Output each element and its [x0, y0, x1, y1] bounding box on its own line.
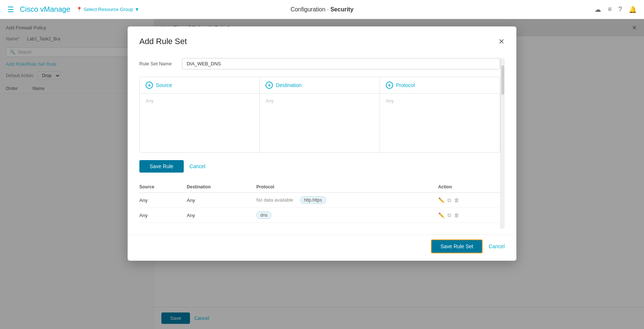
row1-protocol-badge: http.https — [300, 196, 326, 204]
menu-icon[interactable]: ≡ — [608, 6, 612, 13]
bell-icon[interactable]: 🔔 — [629, 6, 637, 14]
source-col-header: Source — [139, 181, 187, 193]
row1-source: Any — [139, 193, 187, 208]
row2-delete-icon[interactable]: 🗑 — [454, 212, 459, 218]
topbar-right: ☁ ≡ ? 🔔 — [594, 6, 637, 14]
cloud-icon[interactable]: ☁ — [594, 6, 601, 14]
source-placeholder: Any — [146, 98, 154, 104]
cisco-text: Cisco — [20, 5, 38, 13]
modal-close-button[interactable]: ✕ — [498, 38, 505, 45]
resource-group-selector[interactable]: 📍 Select Resource Group ▼ — [76, 7, 139, 12]
modal-footer: Save Rule Set Cancel — [128, 235, 516, 261]
protocol-col-header: Protocol — [256, 181, 438, 193]
source-column-body: Any — [140, 94, 259, 152]
destination-column-header[interactable]: + Destination — [260, 77, 379, 94]
row1-delete-icon[interactable]: 🗑 — [454, 197, 459, 203]
config-title: Configuration — [290, 6, 325, 12]
rule-set-name-label: Rule Set Name — [139, 61, 176, 66]
help-icon[interactable]: ? — [618, 6, 622, 13]
table-row: Any Any No data available http.https — [139, 193, 500, 208]
rules-table: Source Destination Protocol Action Any A… — [139, 181, 500, 223]
action-col-header: Action — [438, 181, 500, 193]
modal-body: Rule Set Name + Source Any — [128, 52, 516, 235]
modal-scrollbar[interactable] — [500, 58, 505, 229]
row2-destination: Any — [187, 208, 256, 223]
modal-header: Add Rule Set ✕ — [128, 26, 516, 52]
row2-source: Any — [139, 208, 187, 223]
row2-copy-icon[interactable]: ⧉ — [447, 212, 451, 218]
row1-destination: Any — [187, 193, 256, 208]
source-column: + Source Any — [140, 77, 260, 152]
rule-set-name-input[interactable] — [182, 58, 500, 69]
vmanage-text: vManage — [40, 5, 70, 13]
modal-backdrop: Add Rule Set ✕ Rule Set Name — [0, 19, 644, 329]
protocol-column: + Protocol Any — [380, 77, 500, 152]
destination-column: + Destination Any — [260, 77, 380, 152]
cisco-logo: Cisco vManage — [20, 5, 70, 14]
destination-add-icon[interactable]: + — [266, 82, 273, 89]
topbar-left: ☰ Cisco vManage 📍 Select Resource Group … — [7, 5, 139, 14]
separator: · — [327, 6, 329, 12]
row1-edit-icon[interactable]: ✏️ — [438, 197, 444, 203]
add-rule-set-modal: Add Rule Set ✕ Rule Set Name — [128, 26, 516, 261]
row2-edit-icon[interactable]: ✏️ — [438, 212, 444, 218]
source-add-icon[interactable]: + — [146, 82, 153, 89]
protocol-label: Protocol — [396, 82, 415, 88]
row2-action-icons: ✏️ ⧉ 🗑 — [438, 212, 496, 218]
cancel-rule-button[interactable]: Cancel — [190, 163, 206, 169]
row2-actions: ✏️ ⧉ 🗑 — [438, 208, 500, 223]
modal-content: Rule Set Name + Source Any — [139, 58, 500, 229]
modal-scrollbar-area: Rule Set Name + Source Any — [139, 58, 505, 229]
destination-placeholder: Any — [266, 98, 274, 104]
source-column-header[interactable]: + Source — [140, 77, 259, 94]
security-subtitle: Security — [330, 6, 354, 12]
destination-col-header: Destination — [187, 181, 256, 193]
destination-column-body: Any — [260, 94, 379, 152]
row2-protocol: dns — [256, 208, 438, 223]
rule-set-name-group: Rule Set Name — [139, 58, 500, 69]
protocol-placeholder: Any — [386, 98, 394, 104]
protocol-add-icon[interactable]: + — [386, 82, 393, 89]
topbar: ☰ Cisco vManage 📍 Select Resource Group … — [0, 0, 644, 19]
chevron-down-icon: ▼ — [135, 7, 139, 12]
row2-protocol-badge: dns — [256, 212, 271, 219]
rule-columns: + Source Any + Destination — [139, 77, 500, 153]
modal-title: Add Rule Set — [139, 37, 187, 46]
hamburger-icon[interactable]: ☰ — [7, 5, 14, 14]
modal-scroll-thumb — [501, 65, 504, 95]
resource-group-label: Select Resource Group — [84, 7, 133, 12]
rule-actions: Save Rule Cancel — [139, 160, 500, 173]
protocol-column-header[interactable]: + Protocol — [380, 77, 500, 94]
row1-copy-icon[interactable]: ⧉ — [447, 197, 451, 203]
row1-action-icons: ✏️ ⧉ 🗑 — [438, 197, 496, 203]
cancel-modal-button[interactable]: Cancel — [489, 243, 505, 249]
save-rule-button[interactable]: Save Rule — [139, 160, 184, 173]
save-rule-set-button[interactable]: Save Rule Set — [431, 239, 483, 253]
destination-label: Destination — [276, 82, 301, 88]
source-label: Source — [156, 82, 172, 88]
row1-actions: ✏️ ⧉ 🗑 — [438, 193, 500, 208]
table-row: Any Any dns ✏️ ⧉ 🗑 — [139, 208, 500, 223]
protocol-column-body: Any — [380, 94, 500, 152]
page-title-bar: Configuration · Security — [290, 6, 354, 13]
row1-no-data: No data available — [256, 197, 293, 203]
location-icon: 📍 — [76, 7, 82, 12]
row1-protocol: No data available http.https — [256, 193, 438, 208]
